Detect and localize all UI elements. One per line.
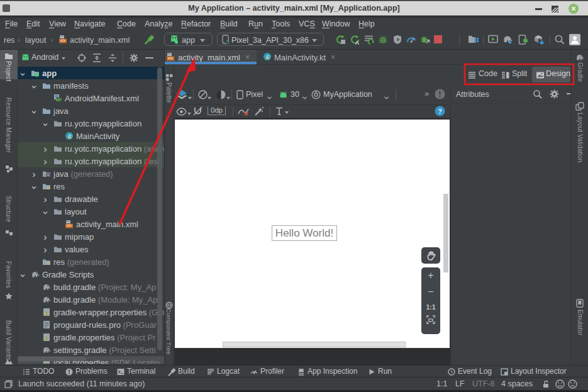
svg-text:MF: MF — [56, 98, 62, 102]
svg-text:?: ? — [438, 108, 442, 115]
svg-text:<>: <> — [168, 57, 173, 61]
svg-text:<>: <> — [67, 224, 72, 228]
svg-text:<>: <> — [60, 39, 65, 43]
svg-text:A: A — [355, 40, 360, 45]
svg-text:C: C — [68, 133, 72, 139]
svg-text:C: C — [266, 54, 270, 60]
